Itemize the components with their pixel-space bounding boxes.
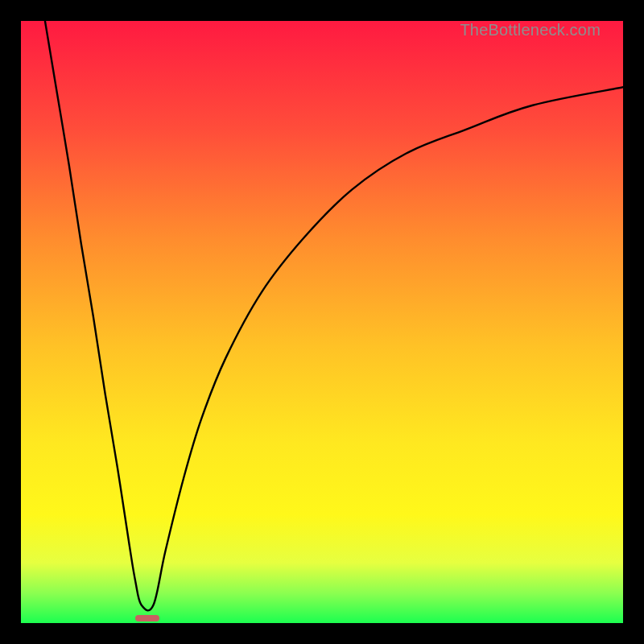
watermark-text: TheBottleneck.com <box>460 21 601 39</box>
chart-frame: TheBottleneck.com <box>0 0 644 644</box>
bottleneck-curve <box>21 21 623 623</box>
plot-area: TheBottleneck.com <box>21 21 623 623</box>
curve-path <box>45 21 623 610</box>
min-marker <box>135 615 159 622</box>
